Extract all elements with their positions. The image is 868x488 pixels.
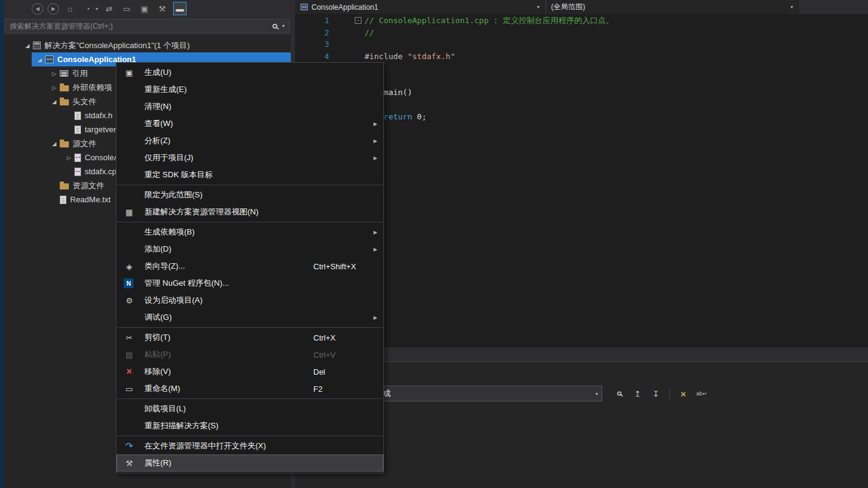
word-wrap-icon[interactable]: ab↵ bbox=[694, 386, 709, 401]
menu-item-open-folder-in-explorer[interactable]: ↷ 在文件资源管理器中打开文件夹(X) bbox=[116, 437, 383, 454]
menu-item-set-startup-project[interactable]: ⚙ 设为启动项目(A) bbox=[116, 292, 383, 309]
menu-item-unload-project[interactable]: 卸载项目(L) bbox=[116, 400, 383, 417]
solution-explorer-search-input[interactable] bbox=[10, 22, 272, 30]
open-folder-arrow-icon: ↷ bbox=[121, 440, 137, 451]
new-view-icon: ▦ bbox=[121, 208, 137, 217]
menu-item-paste[interactable]: ▤ 粘贴(P) Ctrl+V bbox=[116, 346, 383, 363]
menu-item-debug[interactable]: 调试(G)▶ bbox=[116, 309, 383, 326]
submenu-arrow-icon: ▶ bbox=[374, 155, 377, 161]
header-file-icon bbox=[74, 126, 81, 134]
folder-icon bbox=[60, 99, 69, 105]
line-number: 2 bbox=[304, 27, 338, 39]
paste-icon: ▤ bbox=[121, 350, 137, 359]
expand-arrow-icon[interactable]: ◢ bbox=[49, 99, 60, 105]
submenu-arrow-icon: ▶ bbox=[374, 230, 377, 235]
output-source-combo[interactable]: 生成 ▾ bbox=[371, 386, 602, 401]
code-line: 9 return 0; bbox=[304, 111, 868, 123]
cpp-file-icon: ++ bbox=[74, 154, 81, 162]
goto-previous-message-icon[interactable]: ↥ bbox=[630, 386, 645, 401]
menu-item-rescan-solution[interactable]: 重新扫描解决方案(S) bbox=[116, 417, 383, 434]
menu-item-properties[interactable]: ⚒ 属性(R) bbox=[116, 454, 383, 472]
expand-arrow-icon[interactable]: ▷ bbox=[63, 155, 74, 161]
combo-caret-icon[interactable]: ▾ bbox=[596, 391, 598, 397]
submenu-arrow-icon: ▶ bbox=[374, 247, 377, 252]
toolbar-divider bbox=[669, 388, 670, 399]
menu-item-build-dependencies[interactable]: 生成依赖项(B)▶ bbox=[116, 224, 383, 241]
menu-item-rebuild[interactable]: 重新生成(E) bbox=[116, 81, 383, 98]
expand-arrow-icon[interactable]: ▷ bbox=[49, 71, 60, 77]
menu-separator bbox=[117, 222, 383, 222]
properties-wrench-icon: ⚒ bbox=[121, 459, 137, 468]
submenu-arrow-icon: ▶ bbox=[374, 121, 377, 127]
expand-arrow-icon[interactable]: ▷ bbox=[49, 85, 60, 91]
menu-item-project-only[interactable]: 仅用于项目(J)▶ bbox=[116, 149, 383, 166]
menu-separator bbox=[117, 185, 383, 185]
expand-arrow-icon[interactable]: ◢ bbox=[34, 57, 45, 63]
menu-item-class-wizard[interactable]: ◈ 类向导(Z)... Ctrl+Shift+X bbox=[116, 258, 383, 275]
recent-history-icon[interactable]: ◔ bbox=[81, 2, 94, 15]
search-icon[interactable] bbox=[272, 24, 277, 29]
menu-item-view[interactable]: 查看(W)▶ bbox=[116, 115, 383, 132]
menu-item-analyze[interactable]: 分析(Z)▶ bbox=[116, 132, 383, 149]
menu-separator bbox=[117, 436, 383, 436]
menu-item-scope-to-this[interactable]: 限定为此范围(S) bbox=[116, 186, 383, 203]
project-selector-dropdown[interactable]: ++ ConsoleApplication1 ▾ bbox=[295, 0, 546, 14]
cut-scissors-icon: ✂ bbox=[121, 333, 137, 342]
collapse-all-icon[interactable]: ▬ bbox=[173, 2, 187, 15]
code-line: 8 { bbox=[304, 99, 868, 111]
dropdown-caret-icon: ▾ bbox=[791, 4, 793, 10]
submenu-arrow-icon: ▶ bbox=[374, 138, 377, 144]
submenu-arrow-icon: ▶ bbox=[374, 315, 377, 320]
menu-item-remove[interactable]: × 移除(V) Del bbox=[116, 363, 383, 380]
menu-item-add[interactable]: 添加(D)▶ bbox=[116, 241, 383, 258]
search-row: ▾ bbox=[4, 17, 291, 35]
menu-item-retarget-sdk[interactable]: 重定 SDK 版本目标 bbox=[116, 166, 383, 183]
navigate-back-icon[interactable]: ◀ bbox=[32, 3, 43, 15]
navigate-forward-icon[interactable]: ▶ bbox=[48, 3, 59, 15]
menu-item-manage-nuget[interactable]: N 管理 NuGet 程序包(N)... bbox=[116, 275, 383, 292]
tree-item-solution[interactable]: ◢ 解决方案"ConsoleApplication1"(1 个项目) bbox=[4, 38, 291, 52]
text-file-icon bbox=[60, 196, 66, 204]
copy-window-icon[interactable]: ▣ bbox=[138, 2, 151, 15]
scope-selector-dropdown[interactable]: (全局范围) ▾ bbox=[546, 0, 799, 14]
references-icon bbox=[60, 70, 68, 77]
line-number: 1 bbox=[304, 15, 338, 27]
line-number: 4 bbox=[304, 51, 338, 63]
search-options-caret-icon[interactable]: ▾ bbox=[282, 23, 285, 29]
remove-x-icon: × bbox=[121, 366, 137, 377]
home-icon[interactable]: ⌂ bbox=[63, 2, 77, 15]
new-window-icon[interactable]: ▭ bbox=[120, 2, 133, 15]
swap-views-icon[interactable]: ⇄ bbox=[102, 2, 116, 15]
vs-ide-window: ◀ ▶ ⌂ ◔ ▾ ⇄ ▭ ▣ ⚒ ▬ ▾ ◢ 解决方案"ConsoleAppl… bbox=[0, 0, 868, 488]
cpp-file-icon: ++ bbox=[74, 168, 81, 176]
menu-item-new-solution-explorer-view[interactable]: ▦ 新建解决方案资源管理器视图(N) bbox=[116, 203, 383, 221]
dropdown-caret-icon: ▾ bbox=[537, 4, 539, 10]
cpp-project-icon: ++ bbox=[301, 4, 308, 10]
goto-next-message-icon[interactable]: ↧ bbox=[649, 386, 663, 401]
menu-item-rename[interactable]: ▭ 重命名(M) F2 bbox=[116, 380, 383, 397]
line-number: 3 bbox=[304, 38, 338, 51]
menu-item-cut[interactable]: ✂ 剪切(T) Ctrl+X bbox=[116, 329, 383, 346]
history-caret-icon[interactable]: ▾ bbox=[96, 6, 98, 12]
menu-item-build[interactable]: ▣ 生成(U) bbox=[116, 64, 383, 81]
search-box[interactable]: ▾ bbox=[5, 19, 290, 33]
solution-icon bbox=[33, 41, 41, 49]
clear-all-output-icon[interactable]: × bbox=[676, 386, 691, 401]
output-tool-buttons: ↥ ↧ × ab↵ bbox=[612, 386, 709, 401]
tools-wrench-icon[interactable]: ⚒ bbox=[155, 2, 169, 15]
code-line: 6 bbox=[304, 74, 868, 87]
code-line: 2 // bbox=[304, 27, 868, 39]
startup-project-gear-icon: ⚙ bbox=[121, 296, 137, 305]
rename-icon: ▭ bbox=[121, 384, 137, 394]
menu-separator bbox=[117, 398, 383, 399]
code-line: 10 } bbox=[304, 122, 868, 135]
editor-navigation-bar: ++ ConsoleApplication1 ▾ (全局范围) ▾ bbox=[295, 0, 868, 14]
fold-collapse-icon[interactable]: - bbox=[355, 17, 361, 24]
class-wizard-icon: ◈ bbox=[121, 262, 137, 271]
header-file-icon bbox=[74, 111, 81, 120]
expand-arrow-icon[interactable]: ◢ bbox=[22, 43, 33, 49]
expand-arrow-icon[interactable]: ◢ bbox=[49, 141, 60, 147]
folder-icon bbox=[60, 183, 69, 189]
find-message-icon[interactable] bbox=[612, 386, 627, 401]
menu-item-clean[interactable]: 清理(N) bbox=[116, 98, 383, 115]
